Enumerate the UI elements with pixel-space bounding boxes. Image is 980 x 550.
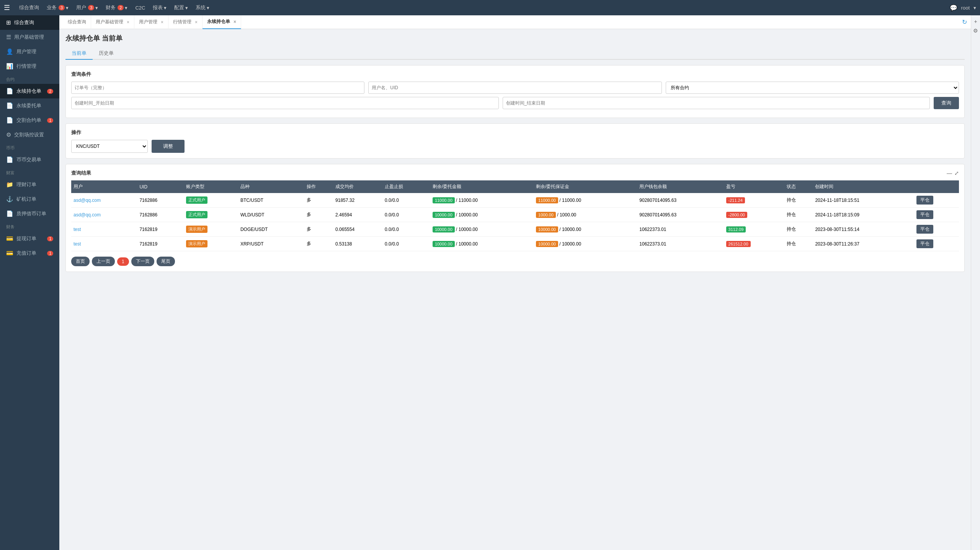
tab-用户基础管理[interactable]: 用户基础管理 ×	[91, 15, 134, 29]
file-icon-4: 📄	[6, 156, 13, 163]
nav-综合查询[interactable]: 综合查询	[16, 0, 42, 15]
end-date-input[interactable]	[503, 97, 930, 109]
tab-行情管理[interactable]: 行情管理 ×	[168, 15, 203, 29]
user-input[interactable]	[368, 82, 662, 94]
sidebar-item-label: 永续委托单	[16, 102, 41, 109]
cell-remain-margin-0: 11000.00 / 11000.00	[534, 193, 637, 208]
remain-amount-badge-1: 10000.00	[433, 212, 455, 218]
operation-section-label: 操作	[71, 129, 959, 136]
last-page-btn[interactable]: 尾页	[157, 257, 175, 266]
cell-uid-3: 7162819	[137, 237, 184, 251]
current-page-btn[interactable]: 1	[117, 257, 129, 266]
expand-icon[interactable]: ⤢	[954, 170, 959, 176]
close-tab-永续持仓单[interactable]: ×	[234, 19, 236, 25]
cell-pnl-0: -211.24	[724, 193, 784, 208]
query-button[interactable]: 查询	[934, 97, 959, 109]
hamburger-icon[interactable]: ☰	[4, 3, 10, 12]
prev-page-btn[interactable]: 上一页	[92, 257, 115, 266]
close-position-btn-3[interactable]: 平仓	[916, 239, 933, 248]
pnl-badge-2: 3112.09	[726, 226, 746, 232]
ops-row: KNC/USDT BTC/USDT WLD/USDT DOGE/USDT XRP…	[71, 140, 959, 153]
next-page-btn[interactable]: 下一页	[131, 257, 154, 266]
sidebar-item-矿机订单[interactable]: ⚓ 矿机订单	[0, 192, 59, 206]
start-date-input[interactable]	[71, 97, 499, 109]
right-panel-icon-1[interactable]: +	[974, 18, 977, 25]
cell-avg-price-0: 91857.32	[333, 193, 382, 208]
cell-action-3: 平仓	[914, 237, 959, 251]
nav-系统[interactable]: 系统 ▾	[193, 0, 212, 15]
results-table: 用户 UID 账户类型 品种 操作 成交均价 止盈止损 剩余/委托金额 剩余/委…	[71, 180, 959, 251]
cell-uid-1: 7162886	[137, 208, 184, 222]
cell-stop-0: 0.0/0.0	[382, 193, 430, 208]
nav-用户[interactable]: 用户3 ▾	[73, 0, 101, 15]
sidebar-item-提现订单[interactable]: 💳 提现订单 1	[0, 231, 59, 246]
cell-direction-2: 多	[304, 222, 333, 237]
adjust-button[interactable]: 调整	[152, 140, 185, 153]
cell-time-3: 2023-08-30T11:26:37	[813, 237, 914, 251]
nav-业务[interactable]: 业务3 ▾	[44, 0, 72, 15]
nav-财务[interactable]: 财务2 ▾	[103, 0, 131, 15]
sidebar-item-币币交易单[interactable]: 📄 币币交易单	[0, 152, 59, 167]
home-icon: ⊞	[6, 19, 11, 26]
sidebar-item-交割合约单[interactable]: 📄 交割合约单 1	[0, 113, 59, 128]
user-link-2[interactable]: test	[74, 227, 81, 232]
cell-action-1: 平仓	[914, 208, 959, 222]
sidebar-section-币币: 币币	[0, 142, 59, 152]
operation-contract-select[interactable]: KNC/USDT BTC/USDT WLD/USDT DOGE/USDT XRP…	[71, 140, 148, 153]
account-type-badge-1: 正式用户	[186, 211, 207, 218]
close-position-btn-2[interactable]: 平仓	[916, 225, 933, 234]
sidebar-item-交割场控设置[interactable]: ⚙ 交割场控设置	[0, 128, 59, 142]
right-panel-icon-2[interactable]: ⚙	[973, 28, 978, 34]
close-tab-用户管理[interactable]: ×	[161, 20, 163, 25]
sidebar-item-理财订单[interactable]: 📁 理财订单	[0, 177, 59, 192]
sidebar-item-永续持仓单[interactable]: 📄 永续持仓单 2	[0, 84, 59, 98]
close-tab-行情管理[interactable]: ×	[195, 20, 198, 25]
nav-报表[interactable]: 报表 ▾	[150, 0, 170, 15]
first-page-btn[interactable]: 首页	[71, 257, 90, 266]
operation-section: 操作 KNC/USDT BTC/USDT WLD/USDT DOGE/USDT …	[65, 123, 965, 159]
sidebar-section-财务: 财务	[0, 221, 59, 231]
results-section: 查询结果 — ⤢ 用户 UID 账户类型 品种 操作 成	[65, 164, 965, 272]
sidebar-item-用户管理[interactable]: 👤 用户管理	[0, 44, 59, 59]
tab-永续持仓单[interactable]: 永续持仓单 ×	[203, 15, 241, 29]
sidebar-item-label: 用户基础管理	[14, 34, 44, 41]
cell-remain-margin-3: 10000.00 / 10000.00	[534, 237, 637, 251]
close-tab-用户基础管理[interactable]: ×	[127, 20, 129, 25]
sub-tab-历史单[interactable]: 历史单	[93, 47, 120, 59]
cell-remain-amount-1: 10000.00 / 10000.00	[430, 208, 534, 222]
minimize-icon[interactable]: —	[947, 170, 952, 176]
user-link-3[interactable]: test	[74, 241, 81, 247]
cell-remain-amount-3: 10000.00 / 10000.00	[430, 237, 534, 251]
cell-remain-amount-0: 11000.00 / 11000.00	[430, 193, 534, 208]
sidebar-item-质押借币订单[interactable]: 📄 质押借币订单	[0, 206, 59, 221]
order-id-input[interactable]	[71, 82, 364, 94]
message-icon[interactable]: 💬	[950, 4, 957, 11]
sidebar-item-用户基础管理[interactable]: ☰ 用户基础管理	[0, 30, 59, 44]
user-menu[interactable]: root	[961, 5, 970, 11]
sidebar-item-行情管理[interactable]: 📊 行情管理	[0, 59, 59, 74]
tab-综合查询[interactable]: 综合查询	[63, 15, 91, 29]
sub-tab-当前单[interactable]: 当前单	[65, 47, 93, 60]
close-position-btn-1[interactable]: 平仓	[916, 210, 933, 219]
th-剩余委托保证金: 剩余/委托保证金	[534, 180, 637, 193]
user-dropdown-icon[interactable]: ▾	[973, 5, 976, 11]
sidebar-item-永续委托单[interactable]: 📄 永续委托单	[0, 98, 59, 113]
gear-icon: ⚙	[6, 131, 11, 138]
sidebar-item-综合查询[interactable]: ⊞ 综合查询	[0, 15, 59, 30]
remain-margin-badge-2: 10000.00	[536, 226, 558, 232]
cell-user-1: asd@qq.com	[71, 208, 137, 222]
user-link-1[interactable]: asd@qq.com	[74, 212, 101, 218]
nav-配置[interactable]: 配置 ▾	[171, 0, 191, 15]
cell-action-0: 平仓	[914, 193, 959, 208]
user-link-0[interactable]: asd@qq.com	[74, 198, 101, 203]
cell-remain-margin-2: 10000.00 / 10000.00	[534, 222, 637, 237]
top-nav-right: 💬 root ▾	[950, 4, 976, 11]
tab-用户管理[interactable]: 用户管理 ×	[134, 15, 168, 29]
refresh-icon[interactable]: ↻	[962, 18, 967, 26]
cell-wallet-3: 10622373.01	[637, 237, 724, 251]
nav-c2c[interactable]: C2C	[132, 0, 148, 15]
sidebar-item-充值订单[interactable]: 💳 充值订单 1	[0, 246, 59, 260]
cell-remain-amount-2: 10000.00 / 10000.00	[430, 222, 534, 237]
close-position-btn-0[interactable]: 平仓	[916, 196, 933, 205]
contract-select[interactable]: 所有合约	[666, 82, 959, 94]
